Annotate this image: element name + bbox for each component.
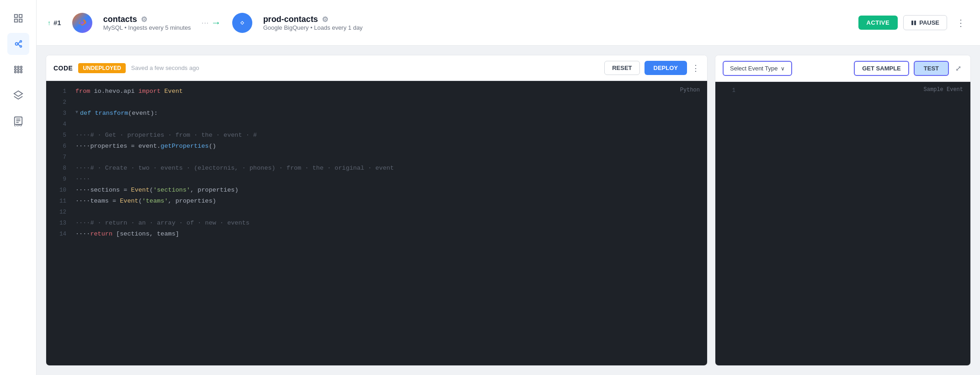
dest-name: prod-contacts [263,15,318,24]
svg-point-15 [14,71,16,73]
source-icon [72,13,92,33]
svg-point-6 [20,46,21,48]
code-lang-label: Python [680,86,700,95]
code-line-11: 11 ····teams = Event('teams', properties… [46,196,707,207]
svg-rect-27 [914,21,916,25]
svg-point-25 [241,22,243,24]
code-line-3: 3 ▼ def transform(event): [46,108,707,119]
code-line-8: 8 ····# · Create · two · events · (elect… [46,163,707,174]
svg-marker-18 [14,91,22,96]
sidebar-item-nodes[interactable] [7,59,29,80]
svg-rect-2 [14,19,17,22]
pipeline-connector: ··· → [202,17,221,29]
editor-toolbar: CODE UNDEPLOYED Saved a few seconds ago … [46,55,707,81]
chevron-down-icon: ∨ [781,65,785,72]
editor-panel: CODE UNDEPLOYED Saved a few seconds ago … [46,55,708,366]
svg-point-12 [14,69,16,70]
code-line-9: 9 ···· [46,174,707,185]
source-gear-icon[interactable]: ⚙ [141,15,147,24]
expand-icon: ⤢ [955,64,961,72]
code-line-2: 2 [46,97,707,108]
svg-point-16 [17,71,19,73]
dest-meta: Google BigQuery • Loads every 1 day [263,24,363,31]
source-meta: MySQL • Ingests every 5 minutes [103,24,191,31]
topbar-actions: ACTIVE PAUSE ⋮ [858,15,969,30]
code-line-10: 10 ····sections = Event('sections', prop… [46,185,707,196]
get-sample-button[interactable]: GET SAMPLE [854,61,909,76]
code-line-1: 1 from io.hevo.api import Event [46,86,707,97]
reset-button[interactable]: RESET [604,61,639,75]
deploy-button[interactable]: DEPLOY [644,61,687,75]
sidebar-item-log[interactable]: LOG [7,110,29,132]
svg-point-17 [20,71,22,73]
svg-point-9 [14,66,16,68]
code-line-12: 12 [46,207,707,218]
active-button[interactable]: ACTIVE [858,16,898,30]
select-event-button[interactable]: Select Event Type ∨ [723,61,792,76]
pipeline-number: ↑ #1 [48,19,61,27]
code-line-5: 5 ····# · Get · properties · from · the … [46,130,707,141]
topbar-more-button[interactable]: ⋮ [953,16,969,30]
code-line-4: 4 [46,119,707,130]
svg-line-8 [18,44,20,46]
svg-rect-1 [19,15,21,17]
code-tab[interactable]: CODE [53,64,73,72]
content-area: CODE UNDEPLOYED Saved a few seconds ago … [37,46,980,375]
dest-gear-icon[interactable]: ⚙ [322,15,328,24]
expand-button[interactable]: ⤢ [953,62,963,75]
code-line-6: 6 ····properties = event.getProperties() [46,141,707,152]
editor-more-button[interactable]: ⋮ [692,63,700,73]
test-button[interactable]: TEST [914,61,949,76]
sidebar-item-layers[interactable] [7,84,29,106]
main-content: ↑ #1 contacts ⚙ MySQL • Ingests every 5 … [37,0,980,375]
pause-button[interactable]: PAUSE [903,15,947,30]
code-editor[interactable]: Python 1 from io.hevo.api import Event 2… [46,81,707,365]
svg-point-5 [20,41,21,43]
svg-point-13 [17,69,19,70]
sample-panel: Select Event Type ∨ GET SAMPLE TEST ⤢ Sa… [715,55,971,366]
up-arrow-icon: ↑ [48,19,51,27]
svg-point-4 [15,43,18,45]
select-event-label: Select Event Type [730,65,778,72]
sample-lang-label: Sample Event [924,86,963,93]
sample-editor[interactable]: Sample Event 1 [715,82,970,365]
svg-point-14 [20,69,22,70]
sidebar: LOG [0,0,37,375]
pipeline-id: #1 [53,19,61,27]
source-name: contacts [103,15,137,24]
source-info: contacts ⚙ MySQL • Ingests every 5 minut… [103,15,191,31]
saved-text: Saved a few seconds ago [131,64,199,71]
sample-toolbar: Select Event Type ∨ GET SAMPLE TEST ⤢ [715,55,970,82]
collapse-arrow[interactable]: ▼ [75,108,78,116]
svg-rect-3 [19,19,21,22]
sidebar-item-pipeline[interactable] [7,33,29,55]
dest-icon [232,13,252,33]
arrow-right-icon: → [211,17,221,29]
dest-info: prod-contacts ⚙ Google BigQuery • Loads … [263,15,363,31]
dest-name-row: prod-contacts ⚙ [263,15,363,24]
svg-point-10 [17,66,19,68]
svg-point-11 [20,66,22,68]
svg-rect-26 [911,21,913,25]
topbar: ↑ #1 contacts ⚙ MySQL • Ingests every 5 … [37,0,980,46]
code-line-13: 13 ····# · return · an · array · of · ne… [46,218,707,229]
editor-toolbar-actions: RESET DEPLOY ⋮ [604,61,700,75]
undeployed-badge: UNDEPLOYED [78,63,125,73]
svg-rect-0 [14,15,17,17]
source-name-row: contacts ⚙ [103,15,191,24]
svg-line-7 [18,42,20,44]
pause-label: PAUSE [919,19,939,26]
code-line-7: 7 [46,152,707,163]
sidebar-item-grid[interactable] [7,7,29,29]
code-line-14: 14 ····return [sections, teams] [46,229,707,240]
